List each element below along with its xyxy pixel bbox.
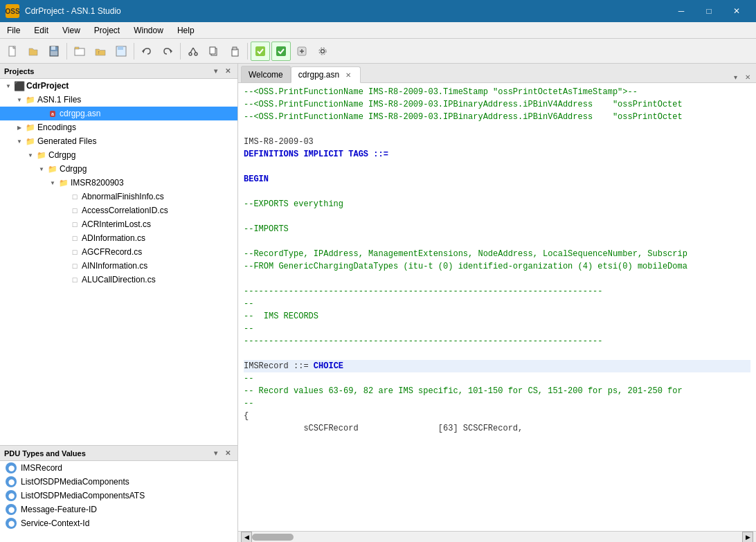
menu-edit[interactable]: Edit: [27, 24, 55, 37]
tree-arrow-generated-files[interactable]: ▼: [14, 136, 25, 147]
tab-welcome[interactable]: Welcome: [241, 66, 291, 82]
tree-label-generated-files: Generated Files: [37, 136, 96, 146]
tree-arrow-encodings[interactable]: ▶: [14, 122, 25, 133]
code-line-25: -- Record values 63-69, 82 are IMS speci…: [244, 385, 750, 397]
tree-arrow-cdrgpg-folder2[interactable]: ▼: [36, 163, 47, 174]
pdu-item-listofsdpats[interactable]: ⬤ ListOfSDPMediaComponentsATS: [0, 489, 237, 503]
generated-files-folder-icon: 📁: [25, 136, 36, 147]
undo-button[interactable]: [137, 42, 156, 61]
svg-rect-22: [276, 46, 286, 56]
editor-horizontal-scrollbar[interactable]: ◀ ▶: [238, 531, 756, 542]
tree-label-cdrgpg-folder2: Cdrgpg: [60, 164, 87, 174]
scroll-right-button[interactable]: ▶: [742, 532, 753, 543]
cut-button[interactable]: [183, 42, 203, 61]
svg-point-27: [319, 48, 326, 55]
tree-item-cdrgpg-folder2[interactable]: ▼ 📁 Cdrgpg: [0, 162, 237, 176]
tree-item-cdrproject[interactable]: ▼ ⬛ CdrProject: [0, 79, 237, 93]
toolbar: ↑: [0, 39, 756, 64]
pdu-label-imsrecord: IMSRecord: [21, 463, 62, 473]
alu-file-icon: □: [69, 274, 80, 285]
scrollbar-thumb[interactable]: [252, 534, 294, 541]
open-project-button[interactable]: ↑: [91, 42, 110, 61]
svg-line-15: [190, 48, 193, 53]
menu-project[interactable]: Project: [87, 24, 127, 37]
tree-item-agcf[interactable]: □ AGCFRecord.cs: [0, 245, 237, 259]
pdu-panel: PDU Types and Values ▾ ✕ ⬤ IMSRecord ⬤ L…: [0, 445, 237, 542]
pdu-header-buttons: ▾ ✕: [210, 448, 233, 459]
generate-button[interactable]: [292, 42, 312, 61]
pdu-item-imsrecord[interactable]: ⬤ IMSRecord: [0, 461, 237, 475]
tree-item-imsr8200903[interactable]: ▼ 📁 IMSR8200903: [0, 176, 237, 190]
menu-file[interactable]: File: [0, 24, 27, 37]
svg-rect-19: [232, 49, 238, 56]
new-file-button[interactable]: [3, 42, 22, 61]
pdu-label-listofsdp: ListOfSDPMediaComponents: [21, 477, 129, 487]
asn1files-folder-icon: 📁: [25, 94, 36, 105]
minimize-button[interactable]: ─: [667, 0, 695, 22]
code-line-15: --FROM GenericChargingDataTypes (itu-t (…: [244, 260, 750, 273]
pdu-messagefeature-icon: ⬤: [6, 504, 17, 515]
tree-item-asn1files[interactable]: ▼ 📁 ASN.1 Files: [0, 93, 237, 107]
pdu-panel-dropdown[interactable]: ▾: [210, 448, 221, 459]
tree-arrow-cdrgpg-folder1[interactable]: ▼: [25, 150, 36, 161]
redo-button[interactable]: [158, 42, 177, 61]
compile-check-button[interactable]: [271, 42, 291, 61]
code-line-16: [244, 273, 750, 285]
settings-button[interactable]: [313, 42, 332, 61]
tree-item-cdrgpg-asn[interactable]: ▶ a cdrgpg.asn: [0, 107, 237, 120]
acr-file-icon: □: [69, 219, 80, 230]
code-line-20: --: [244, 323, 750, 335]
new-project-button[interactable]: [70, 42, 89, 61]
code-line-4: [244, 123, 750, 136]
tree-arrow-imsr8200903[interactable]: ▼: [47, 177, 58, 188]
tab-cdrgpg-close[interactable]: ✕: [343, 70, 353, 80]
maximize-button[interactable]: □: [695, 0, 723, 22]
paste-button[interactable]: [225, 42, 244, 61]
projects-panel-dropdown[interactable]: ▾: [210, 66, 221, 77]
toolbar-sep-3: [180, 43, 181, 60]
tree-label-access: AccessCorrelationID.cs: [82, 206, 168, 215]
tree-item-ain[interactable]: □ AINInformation.cs: [0, 259, 237, 273]
code-line-17: ----------------------------------------…: [244, 285, 750, 298]
tree-item-encodings[interactable]: ▶ 📁 Encodings: [0, 120, 237, 134]
scroll-left-button[interactable]: ◀: [241, 532, 252, 543]
svg-rect-5: [51, 51, 57, 55]
projects-panel-close[interactable]: ✕: [222, 66, 233, 77]
save-project-button[interactable]: [111, 42, 131, 61]
tab-cdrgpg[interactable]: cdrgpg.asn ✕: [291, 66, 361, 83]
menu-view[interactable]: View: [55, 24, 87, 37]
tree-arrow-asn1files[interactable]: ▼: [14, 94, 25, 105]
code-line-22: [244, 347, 750, 360]
pdu-item-messagefeature[interactable]: ⬤ Message-Feature-ID: [0, 503, 237, 516]
tree-item-abnormal[interactable]: □ AbnormalFinishInfo.cs: [0, 190, 237, 204]
copy-button[interactable]: [204, 42, 224, 61]
close-button[interactable]: ✕: [723, 0, 750, 22]
compile-green-button[interactable]: [251, 42, 270, 61]
tree-item-cdrgpg-folder1[interactable]: ▼ 📁 Cdrgpg: [0, 148, 237, 162]
menu-window[interactable]: Window: [127, 24, 170, 37]
code-editor[interactable]: --<OSS.PrintFunctionName IMS-R8-2009-03.…: [238, 83, 756, 531]
tree-arrow-cdrproject[interactable]: ▼: [3, 80, 14, 91]
toolbar-sep-4: [247, 43, 248, 60]
tree-item-generated-files[interactable]: ▼ 📁 Generated Files: [0, 134, 237, 148]
code-line-12: --IMPORTS: [244, 223, 750, 235]
pdu-item-listofsdp[interactable]: ⬤ ListOfSDPMediaComponents: [0, 475, 237, 489]
menu-help[interactable]: Help: [170, 24, 201, 37]
svg-point-14: [195, 53, 197, 55]
pdu-listofsdpats-icon: ⬤: [6, 490, 17, 501]
open-file-button[interactable]: [24, 42, 43, 61]
tree-label-imsr8200903: IMSR8200903: [71, 178, 124, 188]
code-line-24: --: [244, 372, 750, 385]
tree-item-access[interactable]: □ AccessCorrelationID.cs: [0, 204, 237, 217]
tree-item-alu[interactable]: □ ALUCallDirection.cs: [0, 273, 237, 287]
tabs-dropdown-button[interactable]: ▾: [730, 71, 741, 82]
save-button[interactable]: [44, 42, 64, 61]
tree-item-acr[interactable]: □ ACRInterimLost.cs: [0, 217, 237, 231]
tabs-close-button[interactable]: ✕: [742, 71, 753, 82]
code-line-10: --EXPORTS everything: [244, 198, 750, 210]
scrollbar-track[interactable]: [252, 534, 742, 541]
pdu-panel-close[interactable]: ✕: [222, 448, 233, 459]
tree-item-adinformation[interactable]: □ ADInformation.cs: [0, 231, 237, 245]
pdu-item-servicecontext[interactable]: ⬤ Service-Context-Id: [0, 516, 237, 530]
adinformation-file-icon: □: [69, 233, 80, 244]
